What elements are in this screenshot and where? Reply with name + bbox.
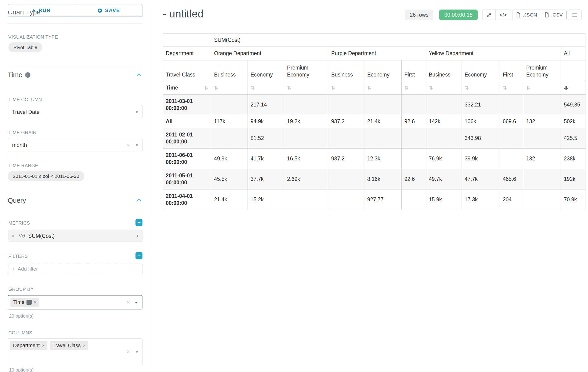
- query-section-title: Query: [8, 197, 26, 204]
- row-header: 2011-04-01 00:00:00: [163, 190, 211, 210]
- table-row: 2011-03-01 00:00:00 217.14 332.21 549.35: [163, 95, 586, 115]
- columns-options-hint: 19 option(s): [9, 367, 34, 372]
- remove-tag-icon[interactable]: [42, 343, 45, 348]
- sort-icon[interactable]: [526, 85, 530, 90]
- caret-down-icon: [136, 110, 138, 114]
- row-header: 2011-02-01 00:00:00: [163, 128, 211, 149]
- export-json-label: .JSON: [523, 12, 537, 18]
- sort-icon[interactable]: [465, 85, 469, 90]
- sort-icon[interactable]: [251, 85, 255, 90]
- remove-tag-icon[interactable]: [83, 343, 85, 348]
- remove-tag-icon[interactable]: [34, 300, 36, 305]
- subcolumn-header: [561, 60, 586, 81]
- more-menu-button[interactable]: [568, 10, 581, 20]
- cell: 117k: [211, 115, 248, 128]
- cell: 204: [500, 190, 523, 210]
- time-column-select[interactable]: Travel Date: [8, 105, 142, 119]
- cell: 70.9k: [561, 190, 586, 210]
- group-by-tag-time: Time i: [10, 298, 39, 307]
- row-header: All: [163, 115, 211, 128]
- add-filter-label: Add filter: [18, 266, 38, 272]
- chevron-up-icon[interactable]: [136, 199, 142, 203]
- row-header: 2011-06-01 00:00:00: [163, 149, 211, 169]
- section-divider: [8, 192, 142, 192]
- visualization-type-label: VISUALIZATION TYPE: [8, 34, 58, 40]
- cell: 41.7k: [248, 149, 284, 169]
- sort-desc-icon[interactable]: [564, 85, 568, 90]
- link-icon: [486, 12, 492, 18]
- sort-cell: [523, 81, 561, 95]
- cell: 217.14: [248, 95, 284, 115]
- clear-icon[interactable]: [127, 142, 130, 148]
- export-button-group: .JSON .CSV: [512, 10, 567, 20]
- embed-code-button[interactable]: [495, 10, 511, 20]
- sort-header-row: Time: [163, 81, 586, 95]
- subcolumn-header: Economy: [248, 60, 284, 81]
- sort-icon[interactable]: [214, 85, 218, 90]
- chart-type-heading: Chart Type: [8, 11, 142, 16]
- cell: 81.52: [248, 128, 284, 149]
- query-section-title-text: Query: [8, 197, 26, 204]
- sort-icon[interactable]: [404, 85, 409, 90]
- table-row: 2011-02-01 00:00:00 81.52 343.98 425.5: [163, 128, 586, 149]
- cell: [284, 190, 328, 210]
- column-info-icon[interactable]: i: [27, 300, 32, 305]
- cell: 238k: [561, 149, 586, 169]
- table-row: All 117k 94.9k 19.2k 937.2 21.4k 92.6 14…: [163, 115, 586, 128]
- clear-icon[interactable]: [126, 299, 130, 305]
- clear-icon[interactable]: [127, 349, 130, 355]
- cell: 937.2: [328, 149, 364, 169]
- cell: [328, 95, 364, 115]
- add-filter-button[interactable]: Add filter: [8, 263, 142, 275]
- cell: 17.3k: [462, 190, 500, 210]
- time-range-pill[interactable]: 2011-01-01 ≤ col < 2011-06-30: [8, 171, 84, 181]
- add-metric-button[interactable]: [136, 219, 142, 226]
- cell: 132: [523, 149, 561, 169]
- cell: [523, 190, 561, 210]
- export-json-button[interactable]: .JSON: [512, 10, 541, 20]
- chevron-right-icon: [136, 232, 138, 239]
- sort-icon[interactable]: [429, 85, 433, 90]
- subcolumn-header: First: [402, 60, 426, 81]
- filters-label: FILTERS: [8, 254, 28, 259]
- sort-icon[interactable]: [287, 85, 291, 90]
- cell: 94.9k: [248, 115, 284, 128]
- column-group-header-row: Department Orange Department Purple Depa…: [163, 47, 586, 60]
- visualization-type-pill[interactable]: Pivot Table: [8, 42, 42, 52]
- cell: [284, 95, 328, 115]
- sort-icon[interactable]: [331, 85, 335, 90]
- subcolumn-header: Business: [328, 60, 364, 81]
- cell: 92.6: [402, 115, 426, 128]
- chevron-up-icon[interactable]: [136, 73, 142, 77]
- cell: [402, 190, 426, 210]
- sort-icon[interactable]: [503, 85, 507, 90]
- add-filter-plus-button[interactable]: [136, 252, 142, 259]
- sort-icon[interactable]: [204, 85, 208, 90]
- metric-header-row: SUM(Cost): [163, 34, 586, 47]
- columns-select[interactable]: Department Travel Class: [8, 338, 142, 365]
- metric-item[interactable]: ƒ(x) SUM(Cost): [8, 230, 142, 242]
- cell: [426, 128, 462, 149]
- sort-icon[interactable]: [367, 85, 371, 90]
- metric-name: SUM(Cost): [28, 233, 133, 239]
- time-grain-select[interactable]: month: [8, 138, 142, 152]
- cell: 49.9k: [211, 149, 248, 169]
- copy-link-button[interactable]: [482, 10, 496, 20]
- export-csv-button[interactable]: .CSV: [541, 10, 567, 20]
- sort-cell: [402, 81, 426, 95]
- sort-cell: [364, 81, 402, 95]
- cell: [328, 190, 364, 210]
- columns-tag-department: Department: [10, 341, 47, 350]
- remove-metric-icon[interactable]: [12, 233, 15, 239]
- cell: [402, 95, 426, 115]
- control-panel-sidebar: RUN SAVE Chart Type VISUALIZATION TYPE P…: [0, 0, 150, 372]
- sort-cell: [462, 81, 500, 95]
- cell: 21.4k: [211, 190, 248, 210]
- cell: [500, 95, 523, 115]
- columns-label: COLUMNS: [8, 330, 32, 336]
- cell: 927.77: [364, 190, 402, 210]
- cell: [402, 128, 426, 149]
- cell: 425.5: [561, 128, 586, 149]
- group-by-select[interactable]: Time i: [8, 295, 142, 309]
- table-row: 2011-04-01 00:00:00 21.4k 15.2k 927.77 1…: [163, 190, 586, 210]
